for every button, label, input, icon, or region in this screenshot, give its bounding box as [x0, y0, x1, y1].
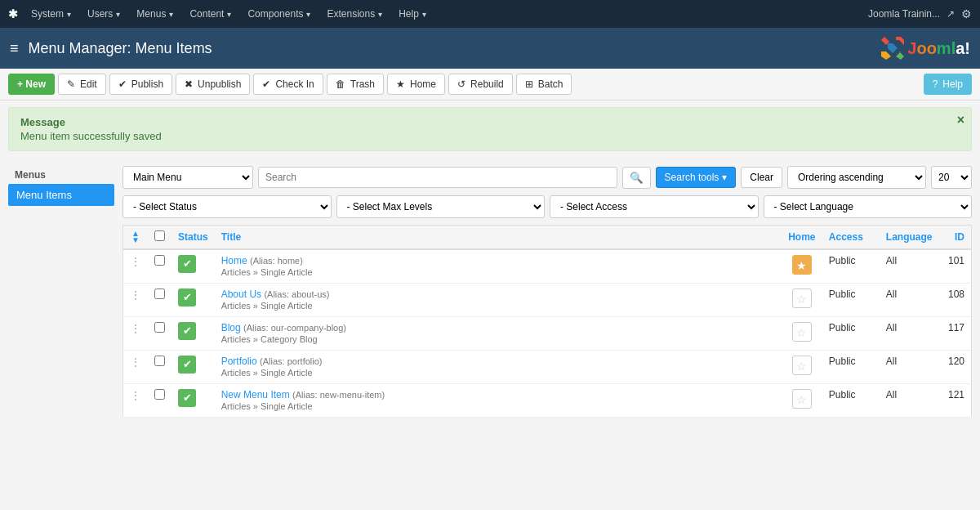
sidebar: Menus Menu Items — [8, 166, 114, 418]
batch-button[interactable]: ⊞Batch — [516, 74, 572, 95]
row-checkbox[interactable] — [154, 289, 165, 299]
item-title-link[interactable]: Blog — [221, 322, 241, 333]
home-cell: ☆ — [782, 384, 822, 418]
checkin-button[interactable]: ✔Check In — [253, 74, 323, 95]
batch-icon: ⊞ — [525, 78, 533, 90]
joomla-brand: ✱ — [8, 7, 18, 20]
language-cell: All — [880, 351, 939, 384]
close-message-button[interactable]: × — [957, 113, 964, 128]
drag-handle-icon[interactable]: ⋮ — [130, 389, 141, 402]
col-status-header[interactable]: Status — [172, 226, 215, 250]
message-title: Message — [20, 116, 960, 128]
access-select[interactable]: - Select Access — [550, 195, 759, 218]
trash-button[interactable]: 🗑Trash — [327, 74, 384, 95]
unpublish-button[interactable]: ✖Unpublish — [176, 74, 250, 95]
status-badge[interactable]: ✔ — [178, 322, 196, 340]
home-star-icon[interactable]: ☆ — [792, 322, 812, 342]
language-select[interactable]: - Select Language — [764, 195, 973, 218]
col-title-header[interactable]: Title — [215, 226, 782, 250]
home-star-icon[interactable]: ★ — [792, 255, 812, 275]
home-star-icon[interactable]: ☆ — [792, 356, 812, 375]
clear-button[interactable]: Clear — [741, 167, 782, 188]
search-tools-arrow-icon: ▾ — [722, 172, 727, 183]
home-star-icon[interactable]: ☆ — [792, 389, 812, 409]
access-value: Public — [829, 322, 856, 333]
access-value: Public — [829, 255, 856, 266]
joomla-logo: Joomla! — [878, 34, 970, 63]
search-input[interactable] — [258, 167, 617, 188]
nav-users[interactable]: Users▾ — [79, 0, 128, 28]
language-value: All — [886, 389, 897, 400]
page-title: Menu Manager: Menu Items — [29, 40, 879, 57]
id-value: 121 — [948, 389, 964, 400]
select-all-checkbox[interactable] — [154, 230, 165, 241]
home-button[interactable]: ★Home — [387, 74, 445, 95]
hamburger-icon[interactable]: ≡ — [10, 40, 19, 57]
col-home-header[interactable]: Home — [782, 226, 822, 250]
status-cell: ✔ — [172, 317, 215, 351]
search-button[interactable]: 🔍 — [622, 167, 651, 189]
status-badge[interactable]: ✔ — [178, 356, 196, 374]
joomla-logo-icon — [878, 34, 907, 63]
col-id-header[interactable]: ID — [939, 226, 972, 250]
nav-content[interactable]: Content▾ — [181, 0, 239, 28]
status-badge[interactable]: ✔ — [178, 389, 196, 407]
status-select[interactable]: - Select Status — [122, 195, 332, 218]
row-checkbox-cell — [148, 317, 172, 351]
unpublish-icon: ✖ — [185, 78, 193, 90]
nav-system[interactable]: System▾ — [23, 0, 79, 28]
header-bar: ≡ Menu Manager: Menu Items Joomla! — [0, 28, 980, 69]
drag-handle-icon[interactable]: ⋮ — [130, 322, 141, 335]
drag-handle-icon[interactable]: ⋮ — [130, 356, 141, 369]
item-title-link[interactable]: About Us — [221, 289, 261, 300]
drag-handle-icon[interactable]: ⋮ — [130, 289, 141, 302]
nav-help[interactable]: Help▾ — [390, 0, 434, 28]
item-title-link[interactable]: Portfolio — [221, 356, 257, 367]
message-text: Menu item successfully saved — [20, 130, 960, 142]
id-cell: 117 — [939, 317, 972, 351]
user-link[interactable]: Joomla Trainin... — [868, 8, 940, 20]
publish-button[interactable]: ✔✔ PublishPublish — [109, 74, 172, 95]
nav-extensions[interactable]: Extensions▾ — [318, 0, 390, 28]
language-cell: All — [880, 384, 939, 418]
row-checkbox[interactable] — [154, 356, 165, 366]
sidebar-label: Menus — [8, 166, 114, 184]
items-table: ▲ ▼ Status Title Home Access Language ID — [122, 225, 972, 418]
menu-select[interactable]: Main Menu — [122, 166, 253, 189]
col-access-header[interactable]: Access — [822, 226, 880, 250]
item-type: Articles » Single Article — [221, 301, 313, 311]
row-checkbox[interactable] — [154, 389, 165, 400]
per-page-select[interactable]: 20 — [931, 166, 972, 189]
col-language-header[interactable]: Language — [880, 226, 939, 250]
search-tools-button[interactable]: Search tools ▾ — [656, 167, 737, 188]
col-checkbox-header — [148, 226, 172, 250]
sort-down-icon[interactable]: ▼ — [131, 237, 140, 244]
ordering-select[interactable]: Ordering ascending — [787, 166, 926, 189]
edit-button[interactable]: ✎Edit — [58, 74, 106, 95]
rebuild-button[interactable]: ↺Rebuild — [448, 74, 513, 95]
filter-row-1: Main Menu 🔍 Search tools ▾ Clear Orderin… — [122, 166, 972, 189]
col-sort: ▲ ▼ — [123, 226, 149, 250]
status-badge[interactable]: ✔ — [178, 289, 196, 306]
toolbar: + New ✎Edit ✔✔ PublishPublish ✖Unpublish… — [0, 69, 980, 101]
row-checkbox[interactable] — [154, 255, 165, 266]
checkin-icon: ✔ — [262, 78, 270, 90]
status-badge[interactable]: ✔ — [178, 255, 196, 273]
table-body: ⋮ ✔ Home (Alias: home) Articles » Single… — [123, 249, 972, 418]
drag-handle-cell: ⋮ — [123, 351, 149, 384]
row-checkbox[interactable] — [154, 322, 165, 333]
help-button[interactable]: ?Help — [924, 74, 972, 95]
home-star-icon[interactable]: ☆ — [792, 289, 812, 308]
nav-components[interactable]: Components▾ — [239, 0, 318, 28]
search-magnifier-icon: 🔍 — [630, 172, 644, 184]
item-title-link[interactable]: Home — [221, 255, 247, 266]
nav-menus[interactable]: Menus▾ — [128, 0, 181, 28]
item-title-link[interactable]: New Menu Item — [221, 389, 290, 400]
sidebar-item-menu-items[interactable]: Menu Items — [8, 184, 114, 206]
item-type: Articles » Single Article — [221, 401, 313, 411]
settings-icon[interactable]: ⚙ — [961, 7, 972, 20]
drag-handle-icon[interactable]: ⋮ — [130, 255, 141, 268]
new-button[interactable]: + New — [8, 74, 55, 95]
max-levels-select[interactable]: - Select Max Levels — [336, 195, 546, 218]
home-icon: ★ — [396, 78, 405, 90]
